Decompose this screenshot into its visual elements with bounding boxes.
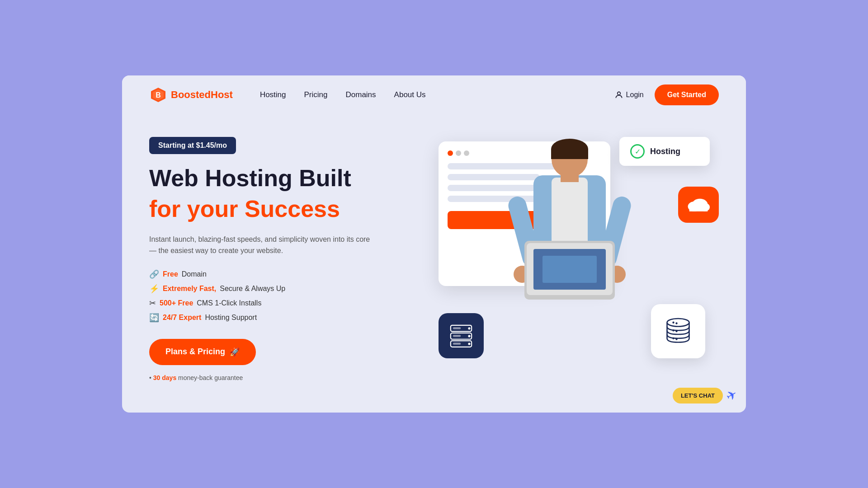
check-icon: ✓: [630, 144, 645, 159]
cloud-icon: [687, 196, 710, 214]
logo-text: BoostedHost: [171, 89, 233, 101]
svg-point-20: [468, 335, 470, 337]
svg-point-9: [667, 319, 689, 327]
server-icon: [448, 322, 475, 349]
hero-section: Starting at $1.45/mo Web Hosting Built f…: [122, 114, 746, 413]
database-icon-widget: [651, 304, 705, 358]
hero-right: ✓ Hosting: [420, 132, 719, 385]
hero-title-line2: for your Success: [149, 196, 420, 223]
page-wrapper: B BoostedHost Hosting Pricing Domains Ab…: [122, 75, 746, 413]
nav-about[interactable]: About Us: [394, 90, 426, 99]
nav-links: Hosting Pricing Domains About Us: [260, 90, 596, 99]
svg-rect-7: [689, 206, 708, 211]
hero-description: Instant launch, blazing-fast speeds, and…: [149, 234, 375, 257]
feature-fast: ⚡ Extremely Fast, Secure & Always Up: [149, 284, 420, 294]
features-list: 🔗 Free Domain ⚡ Extremely Fast, Secure &…: [149, 269, 420, 323]
database-icon: [662, 315, 694, 347]
feature-support-text: Hosting Support: [205, 314, 257, 322]
feature-fast-bold: Extremely Fast,: [163, 285, 216, 293]
plans-pricing-button[interactable]: Plans & Pricing 🚀: [149, 339, 256, 365]
svg-point-15: [675, 338, 677, 340]
svg-point-3: [617, 92, 620, 95]
dot-1: [448, 150, 453, 156]
money-back-guarantee: • 30 days money-back guarantee: [149, 374, 420, 381]
navbar: B BoostedHost Hosting Pricing Domains Ab…: [122, 75, 746, 114]
login-button[interactable]: Login: [614, 90, 644, 99]
domain-icon: 🔗: [149, 269, 159, 279]
svg-point-12: [672, 329, 674, 331]
nav-pricing[interactable]: Pricing: [304, 90, 328, 99]
svg-rect-22: [453, 327, 461, 329]
svg-point-11: [675, 322, 677, 324]
hosting-card-label: Hosting: [650, 147, 680, 156]
price-badge: Starting at $1.45/mo: [149, 137, 236, 154]
feature-cms-text: CMS 1-Click Installs: [197, 299, 261, 307]
fast-icon: ⚡: [149, 284, 159, 294]
feature-domain: 🔗 Free Domain: [149, 269, 420, 279]
chat-label: LET'S CHAT: [681, 392, 715, 399]
dot-3: [464, 150, 469, 156]
get-started-button[interactable]: Get Started: [655, 84, 719, 105]
svg-point-14: [672, 338, 674, 339]
logo[interactable]: B BoostedHost: [149, 86, 233, 104]
cloud-icon-widget: [678, 187, 719, 223]
nav-right: Login Get Started: [614, 84, 719, 105]
person-figure: [506, 132, 633, 372]
svg-rect-23: [453, 335, 461, 337]
nav-domains[interactable]: Domains: [346, 90, 376, 99]
chat-widget[interactable]: LET'S CHAT ✈: [673, 388, 737, 404]
svg-text:B: B: [156, 91, 161, 99]
server-icon-widget: [439, 313, 484, 358]
hero-title-line1: Web Hosting Built: [149, 165, 420, 192]
user-icon: [614, 90, 623, 99]
feature-support-bold: 24/7 Expert: [163, 314, 201, 322]
feature-cms-bold: 500+ Free: [160, 299, 193, 307]
logo-icon: B: [149, 86, 167, 104]
nav-hosting[interactable]: Hosting: [260, 90, 286, 99]
feature-domain-bold: Free: [163, 270, 178, 278]
rocket-icon: 🚀: [230, 347, 240, 357]
svg-point-10: [672, 322, 674, 324]
svg-rect-24: [453, 343, 461, 344]
hero-illustration: ✓ Hosting: [420, 132, 719, 385]
svg-point-19: [468, 327, 470, 329]
svg-point-13: [675, 330, 677, 332]
chat-bubble[interactable]: LET'S CHAT: [673, 388, 723, 404]
hosting-card: ✓ Hosting: [619, 137, 710, 166]
support-icon: 🔄: [149, 313, 159, 323]
feature-fast-text: Secure & Always Up: [220, 285, 285, 293]
svg-point-21: [468, 343, 470, 345]
feature-support: 🔄 24/7 Expert Hosting Support: [149, 313, 420, 323]
feature-domain-text: Domain: [182, 270, 207, 278]
dot-2: [456, 150, 461, 156]
cms-icon: ✂: [149, 298, 156, 308]
hero-left: Starting at $1.45/mo Web Hosting Built f…: [149, 132, 420, 385]
feature-cms: ✂ 500+ Free CMS 1-Click Installs: [149, 298, 420, 308]
